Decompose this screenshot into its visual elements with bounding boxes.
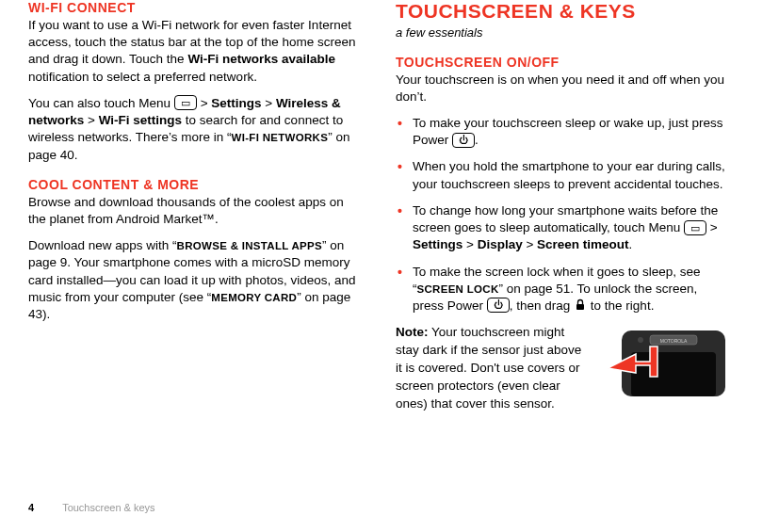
note-block: MOTOROLA Note: Your touchscreen might st…: [396, 324, 725, 412]
text: notification to select a preferred netwo…: [28, 70, 257, 84]
note-label: Note:: [396, 325, 429, 339]
right-column: TOUCHSCREEN & KEYS a few essentials TOUC…: [396, 0, 725, 423]
browse-install-ref: BROWSE & INSTALL APPS: [177, 240, 322, 251]
phone-illustration: MOTOROLA: [603, 326, 725, 396]
svg-text:MOTOROLA: MOTOROLA: [660, 338, 688, 344]
sep: >: [84, 113, 98, 127]
page-number: 4: [28, 502, 34, 513]
text: You can also touch Menu: [28, 96, 174, 110]
footer-section: Touchscreen & keys: [62, 502, 154, 513]
sep: >: [262, 96, 276, 110]
lock-icon: [574, 298, 587, 312]
text: , then drag: [510, 298, 574, 313]
bullet-3: To change how long your smartphone waits…: [396, 202, 725, 254]
text: .: [629, 237, 633, 251]
screen-timeout-label: Screen timeout: [537, 237, 629, 251]
wifi-para-2: You can also touch Menu > Settings > Wir…: [28, 95, 358, 164]
sep: >: [463, 237, 477, 251]
menu-key-icon: [174, 95, 197, 110]
left-column: WI-FI CONNECT If you want to use a Wi-Fi…: [28, 0, 358, 423]
settings-label: Settings: [413, 237, 463, 251]
wifi-networks-available-label: Wi-Fi networks available: [187, 52, 335, 66]
page-footer: 4 Touchscreen & keys: [28, 502, 155, 513]
subtitle: a few essentials: [396, 24, 725, 41]
cool-para-1: Browse and download thousands of the coo…: [28, 194, 358, 228]
bullet-2: When you hold the smartphone to your ear…: [396, 158, 725, 192]
power-key-icon: [452, 133, 475, 148]
text: Download new apps with “: [28, 238, 177, 252]
screen-lock-ref: SCREEN LOCK: [417, 283, 499, 295]
touchscreen-onoff-heading: TOUCHSCREEN ON/OFF: [396, 55, 725, 70]
onoff-intro: Your touchscreen is on when you need it …: [396, 72, 725, 105]
svg-rect-2: [631, 352, 716, 396]
text: to the right.: [587, 298, 654, 313]
cool-content-heading: COOL CONTENT & MORE: [28, 177, 358, 192]
power-key-icon: [487, 298, 510, 313]
cool-para-2: Download new apps with “BROWSE & INSTALL…: [28, 237, 358, 323]
text: >: [706, 220, 718, 234]
sep: >: [523, 237, 537, 251]
text: To change how long your smartphone waits…: [413, 203, 718, 234]
touchscreen-keys-heading: TOUCHSCREEN & KEYS: [396, 0, 725, 23]
bullet-4: To make the screen lock when it goes to …: [396, 264, 725, 315]
wifi-networks-ref: WI-FI NETWORKS: [232, 132, 329, 143]
bullet-1: To make your touchscreen sleep or wake u…: [396, 115, 725, 149]
display-label: Display: [478, 237, 523, 251]
wifi-settings-label: Wi-Fi settings: [99, 113, 182, 127]
bullet-list: To make your touchscreen sleep or wake u…: [396, 115, 725, 314]
note-text-wrapped: Note: Your touchscreen might stay dark i…: [396, 324, 584, 378]
wifi-para-1: If you want to use a Wi-Fi network for e…: [28, 17, 358, 86]
text: >: [197, 96, 211, 110]
svg-point-5: [638, 337, 643, 343]
settings-label: Settings: [211, 96, 261, 110]
wifi-heading: WI-FI CONNECT: [28, 0, 358, 15]
text: .: [475, 133, 479, 147]
menu-key-icon: [684, 220, 706, 235]
svg-rect-0: [576, 304, 584, 310]
memory-card-ref: MEMORY CARD: [211, 292, 297, 303]
